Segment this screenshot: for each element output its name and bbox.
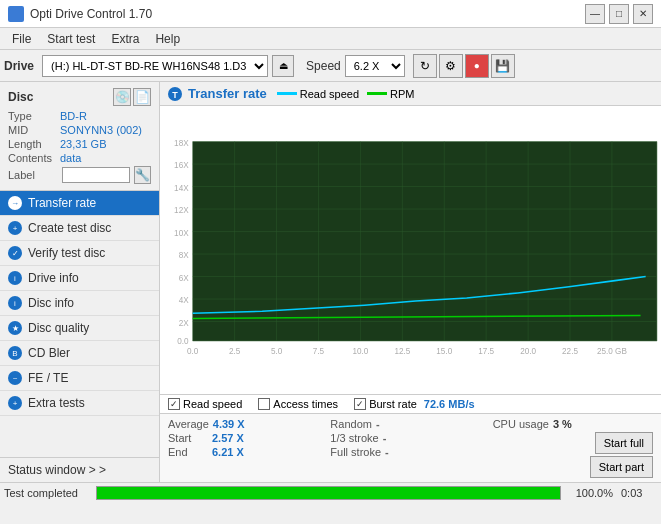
chart-svg: 18X 16X 14X 12X 10X 8X 6X 4X 2X 0.0 0.0 … [160, 110, 661, 394]
nav-icon-transfer-rate: → [8, 196, 22, 210]
svg-text:4X: 4X [179, 296, 190, 305]
chart-header: T Transfer rate Read speed RPM [160, 82, 661, 106]
speed-label: Speed [306, 59, 341, 73]
sidebar: Disc 💿 📄 Type BD-R MID SONYNN3 (002) Len… [0, 82, 160, 482]
disc-icon-btn-1[interactable]: 💿 [113, 88, 131, 106]
close-button[interactable]: ✕ [633, 4, 653, 24]
nav-items: → Transfer rate + Create test disc ✓ Ver… [0, 191, 159, 416]
nav-verify-test-disc[interactable]: ✓ Verify test disc [0, 241, 159, 266]
stat-full-stroke: Full stroke - [330, 446, 490, 458]
disc-length-label: Length [8, 138, 60, 150]
disc-field-length: Length 23,31 GB [8, 138, 151, 150]
disc-type-label: Type [8, 110, 60, 122]
nav-disc-quality[interactable]: ★ Disc quality [0, 316, 159, 341]
stat-start-value: 2.57 X [212, 432, 244, 444]
disc-icon-btn-2[interactable]: 📄 [133, 88, 151, 106]
disc-label-icon[interactable]: 🔧 [134, 166, 151, 184]
menu-help[interactable]: Help [147, 30, 188, 48]
stat-full-stroke-label: Full stroke [330, 446, 381, 458]
start-full-button[interactable]: Start full [595, 432, 653, 454]
title-bar: Opti Drive Control 1.70 — □ ✕ [0, 0, 661, 28]
nav-icon-verify-test-disc: ✓ [8, 246, 22, 260]
checkbox-access-times-label: Access times [273, 398, 338, 410]
nav-icon-fe-te: ~ [8, 371, 22, 385]
progress-label: 100.0% [573, 487, 613, 499]
stat-average-value: 4.39 X [213, 418, 245, 430]
status-window-label: Status window > > [8, 463, 106, 477]
chart-title: Transfer rate [188, 86, 267, 101]
checkbox-read-speed-box[interactable] [168, 398, 180, 410]
legend-rpm: RPM [367, 88, 414, 100]
main-layout: Disc 💿 📄 Type BD-R MID SONYNN3 (002) Len… [0, 82, 661, 482]
refresh-icon[interactable]: ↻ [413, 54, 437, 78]
nav-create-test-disc[interactable]: + Create test disc [0, 216, 159, 241]
nav-drive-info[interactable]: i Drive info [0, 266, 159, 291]
disc-label-text: Label [8, 169, 58, 181]
stat-average-label: Average [168, 418, 209, 430]
checkbox-read-speed[interactable]: Read speed [168, 398, 242, 410]
status-bar: Test completed 100.0% 0:03 [0, 482, 661, 502]
checkbox-access-times[interactable]: Access times [258, 398, 338, 410]
stats-col1: Average 4.39 X Start 2.57 X End 6.21 X [168, 418, 328, 478]
svg-text:20.0: 20.0 [520, 347, 536, 356]
settings-icon[interactable]: ⚙ [439, 54, 463, 78]
nav-label-extra-tests: Extra tests [28, 396, 85, 410]
stat-random: Random - [330, 418, 490, 430]
nav-icon-extra-tests: + [8, 396, 22, 410]
nav-label-create-test-disc: Create test disc [28, 221, 111, 235]
svg-text:0.0: 0.0 [187, 347, 199, 356]
chart-legend-bar: Read speed Access times Burst rate 72.6 … [160, 394, 661, 413]
stat-cpu-usage-label: CPU usage [493, 418, 549, 430]
stat-random-label: Random [330, 418, 372, 430]
start-part-button[interactable]: Start part [590, 456, 653, 478]
nav-label-disc-info: Disc info [28, 296, 74, 310]
legend-read-speed: Read speed [277, 88, 359, 100]
nav-icon-create-test-disc: + [8, 221, 22, 235]
speed-select[interactable]: 6.2 X [345, 55, 405, 77]
nav-fe-te[interactable]: ~ FE / TE [0, 366, 159, 391]
info-icon[interactable]: ● [465, 54, 489, 78]
stats-area: Average 4.39 X Start 2.57 X End 6.21 X R… [160, 413, 661, 482]
menu-start-test[interactable]: Start test [39, 30, 103, 48]
progress-bar-fill [97, 487, 560, 499]
progress-bar-container [96, 486, 561, 500]
disc-mid-value: SONYNN3 (002) [60, 124, 142, 136]
disc-label-input[interactable] [62, 167, 130, 183]
stat-start-full-row: Start full [493, 432, 653, 454]
nav-extra-tests[interactable]: + Extra tests [0, 391, 159, 416]
chart-container: 18X 16X 14X 12X 10X 8X 6X 4X 2X 0.0 0.0 … [160, 106, 661, 394]
stat-start: Start 2.57 X [168, 432, 328, 444]
title-bar-left: Opti Drive Control 1.70 [8, 6, 152, 22]
checkbox-access-times-box[interactable] [258, 398, 270, 410]
burst-rate-value: 72.6 MB/s [424, 398, 475, 410]
checkbox-read-speed-label: Read speed [183, 398, 242, 410]
app-title: Opti Drive Control 1.70 [30, 7, 152, 21]
svg-text:18X: 18X [174, 139, 189, 148]
maximize-button[interactable]: □ [609, 4, 629, 24]
nav-label-transfer-rate: Transfer rate [28, 196, 96, 210]
stat-start-part-row: Start part [493, 456, 653, 478]
menu-file[interactable]: File [4, 30, 39, 48]
status-window-button[interactable]: Status window > > [0, 457, 159, 482]
svg-text:7.5: 7.5 [313, 347, 325, 356]
svg-text:22.5: 22.5 [562, 347, 578, 356]
svg-text:16X: 16X [174, 161, 189, 170]
svg-text:15.0: 15.0 [436, 347, 452, 356]
drive-select[interactable]: (H:) HL-DT-ST BD-RE WH16NS48 1.D3 [42, 55, 268, 77]
checkbox-burst-rate[interactable]: Burst rate 72.6 MB/s [354, 398, 474, 410]
menu-extra[interactable]: Extra [103, 30, 147, 48]
nav-label-fe-te: FE / TE [28, 371, 68, 385]
nav-disc-info[interactable]: i Disc info [0, 291, 159, 316]
checkbox-burst-rate-box[interactable] [354, 398, 366, 410]
eject-button[interactable]: ⏏ [272, 55, 294, 77]
stat-1-3-stroke-value: - [383, 432, 387, 444]
nav-cd-bler[interactable]: B CD Bler [0, 341, 159, 366]
save-icon[interactable]: 💾 [491, 54, 515, 78]
stat-start-label: Start [168, 432, 208, 444]
svg-text:14X: 14X [174, 184, 189, 193]
stat-average: Average 4.39 X [168, 418, 328, 430]
disc-field-contents: Contents data [8, 152, 151, 164]
svg-text:T: T [172, 90, 178, 100]
nav-transfer-rate[interactable]: → Transfer rate [0, 191, 159, 216]
minimize-button[interactable]: — [585, 4, 605, 24]
